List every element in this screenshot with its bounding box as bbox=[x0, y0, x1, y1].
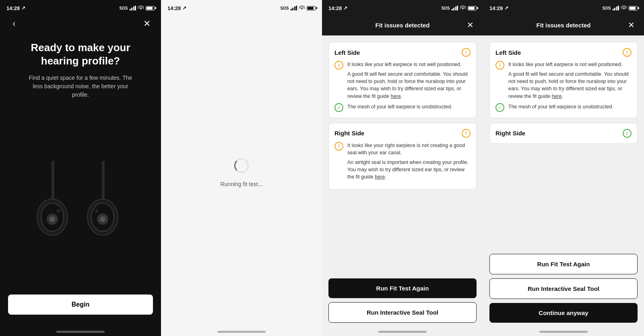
svg-point-5 bbox=[57, 209, 60, 213]
right-side-card-4: Right Side ✓ bbox=[489, 123, 638, 144]
right-side-card-3: Right Side ! ! It looks like your right … bbox=[328, 123, 477, 190]
wifi-icon-4 bbox=[621, 6, 627, 10]
status-right-4: SOS bbox=[602, 6, 638, 10]
wifi-icon-1 bbox=[138, 6, 144, 10]
main-content-1: Ready to make your hearing profile? Find… bbox=[0, 33, 161, 295]
modal-header-3: Fit issues detected ✕ bbox=[322, 15, 483, 35]
signal-icon-2 bbox=[291, 6, 297, 10]
modal-header-4: Fit issues detected ✕ bbox=[483, 15, 644, 35]
spinner-container: Running fit test... bbox=[220, 158, 262, 187]
location-icon-1: ↗ bbox=[21, 5, 25, 11]
left-issue-row-4: ! It looks like your left earpiece is no… bbox=[495, 61, 632, 100]
signal-icon-4 bbox=[613, 6, 619, 10]
signal-icon-3 bbox=[452, 6, 458, 10]
begin-button[interactable]: Begin bbox=[8, 295, 153, 315]
screen-3-fit-issues: 14:28 ↗ SOS Fit issues detected ✕ Left S… bbox=[322, 0, 483, 336]
continue-anyway-btn-4[interactable]: Continue anyway bbox=[489, 303, 638, 323]
headphones-svg bbox=[24, 157, 137, 237]
time-3: 14:28 bbox=[328, 5, 342, 11]
status-right-3: SOS bbox=[441, 6, 477, 10]
left-issue-text-3: It looks like your left earpiece is not … bbox=[347, 61, 471, 100]
home-indicator-3 bbox=[378, 331, 427, 333]
button-container-4: Run Fit Test Again Run Interactive Seal … bbox=[483, 249, 644, 331]
modal-title-3: Fit issues detected bbox=[340, 22, 465, 29]
home-indicator-2 bbox=[217, 331, 266, 333]
left-good-fit-3: A good fit will feel secure and comforta… bbox=[347, 71, 471, 100]
left-mesh-text-4: The mesh of your left earpiece is unobst… bbox=[508, 103, 613, 110]
left-issue-text-4: It looks like your left earpiece is not … bbox=[508, 61, 632, 100]
screen-2-running-test: 14:28 ↗ SOS Running fit test... bbox=[161, 0, 322, 336]
time-4: 14:29 bbox=[489, 5, 503, 11]
right-here-link-3[interactable]: here bbox=[375, 174, 385, 180]
time-2: 14:28 bbox=[167, 5, 181, 11]
right-not-sealed-3: It looks like your right earpiece is not… bbox=[347, 142, 471, 156]
battery-icon-4 bbox=[629, 6, 638, 10]
location-icon-4: ↗ bbox=[504, 5, 508, 11]
right-airtight-3: An airtight seal is important when creat… bbox=[347, 159, 471, 180]
status-left-4: 14:29 ↗ bbox=[489, 5, 508, 11]
sos-2: SOS bbox=[280, 6, 289, 10]
status-right-1: SOS bbox=[119, 6, 155, 10]
left-check-icon-4: ✓ bbox=[495, 103, 504, 112]
left-side-title-3: Left Side bbox=[334, 49, 360, 56]
signal-icon-1 bbox=[130, 6, 136, 10]
right-side-title-3: Right Side bbox=[334, 130, 364, 137]
left-check-row-4: ✓ The mesh of your left earpiece is unob… bbox=[495, 103, 632, 112]
status-bar-3: 14:28 ↗ SOS bbox=[322, 0, 483, 15]
left-card-header-3: Left Side ! bbox=[334, 48, 471, 57]
left-card-header-4: Left Side ! bbox=[495, 48, 632, 57]
run-fit-test-btn-4[interactable]: Run Fit Test Again bbox=[489, 254, 638, 274]
nav-bar-1: ‹ ✕ bbox=[0, 15, 161, 33]
run-seal-tool-btn-4[interactable]: Run Interactive Seal Tool bbox=[489, 278, 638, 299]
run-seal-tool-btn-3[interactable]: Run Interactive Seal Tool bbox=[328, 302, 477, 323]
left-issue-row-1-3: ! It looks like your left earpiece is no… bbox=[334, 61, 471, 100]
battery-icon-2 bbox=[307, 6, 316, 10]
hearing-profile-title: Ready to make your hearing profile? bbox=[12, 41, 149, 67]
svg-rect-0 bbox=[52, 161, 54, 201]
location-icon-3: ↗ bbox=[343, 5, 347, 11]
hearing-profile-subtitle: Find a quiet space for a few minutes. Th… bbox=[28, 74, 133, 99]
back-button-1[interactable]: ‹ bbox=[8, 18, 20, 30]
right-check-icon-4: ✓ bbox=[623, 129, 632, 138]
status-left-3: 14:28 ↗ bbox=[328, 5, 347, 11]
time-1: 14:28 bbox=[6, 5, 20, 11]
left-warning-icon-4: ! bbox=[623, 48, 632, 57]
left-warning-icon-3: ! bbox=[462, 48, 471, 57]
left-side-card-4: Left Side ! ! It looks like your left ea… bbox=[489, 42, 638, 118]
sos-4: SOS bbox=[602, 6, 611, 10]
status-left-1: 14:28 ↗ bbox=[6, 5, 25, 11]
modal-close-3[interactable]: ✕ bbox=[465, 20, 475, 30]
status-bar-1: 14:28 ↗ SOS bbox=[0, 0, 161, 15]
left-check-row-3: ✓ The mesh of your left earpiece is unob… bbox=[334, 103, 471, 112]
right-warning-icon-3: ! bbox=[462, 129, 471, 138]
right-card-header-3: Right Side ! bbox=[334, 129, 471, 138]
home-indicator-1 bbox=[56, 331, 105, 333]
left-mesh-text-3: The mesh of your left earpiece is unobst… bbox=[347, 103, 452, 110]
run-fit-test-btn-3[interactable]: Run Fit Test Again bbox=[328, 278, 477, 298]
wifi-icon-3 bbox=[460, 6, 466, 10]
modal-content-4: Left Side ! ! It looks like your left ea… bbox=[483, 35, 644, 249]
left-side-title-4: Left Side bbox=[495, 49, 521, 56]
button-container-3: Run Fit Test Again Run Interactive Seal … bbox=[322, 274, 483, 331]
left-not-positioned-4: It looks like your left earpiece is not … bbox=[508, 61, 632, 68]
left-not-positioned-3: It looks like your left earpiece is not … bbox=[347, 61, 471, 68]
left-here-link-3[interactable]: here bbox=[391, 93, 401, 99]
right-issue-row-3: ! It looks like your right earpiece is n… bbox=[334, 142, 471, 181]
wifi-icon-2 bbox=[299, 6, 305, 10]
right-issue-text-3: It looks like your right earpiece is not… bbox=[347, 142, 471, 181]
location-icon-2: ↗ bbox=[182, 5, 186, 11]
status-left-2: 14:28 ↗ bbox=[167, 5, 186, 11]
sos-3: SOS bbox=[441, 6, 450, 10]
home-indicator-4 bbox=[539, 331, 588, 333]
battery-icon-1 bbox=[146, 6, 155, 10]
screen-1-hearing-profile: 14:28 ↗ SOS ‹ ✕ Ready to make your heari… bbox=[0, 0, 161, 336]
screen-4-fit-issues-partial: 14:29 ↗ SOS Fit issues detected ✕ Left S… bbox=[483, 0, 644, 336]
svg-point-11 bbox=[95, 209, 98, 213]
sos-1: SOS bbox=[119, 6, 128, 10]
left-issue-warning-4: ! bbox=[495, 61, 504, 70]
modal-close-4[interactable]: ✕ bbox=[626, 20, 636, 30]
close-button-1[interactable]: ✕ bbox=[141, 18, 153, 30]
left-check-icon-3: ✓ bbox=[334, 103, 343, 112]
modal-title-4: Fit issues detected bbox=[501, 22, 626, 29]
left-here-link-4[interactable]: here bbox=[552, 93, 562, 99]
